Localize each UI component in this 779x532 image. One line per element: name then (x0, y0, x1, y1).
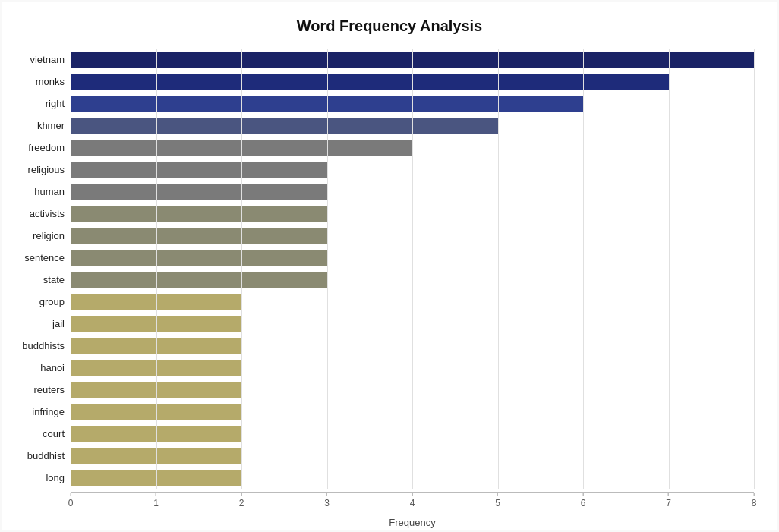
bar-row: right (71, 93, 754, 115)
x-tick-line (583, 493, 584, 496)
bar-track (71, 404, 754, 420)
x-tick: 2 (239, 493, 244, 508)
x-tick-label: 2 (239, 498, 244, 508)
bar-label: jail (6, 318, 71, 329)
x-tick-label: 6 (581, 498, 586, 508)
bar-label: buddhists (6, 340, 71, 351)
bar-fill (71, 382, 241, 398)
bar-fill (71, 250, 327, 266)
chart-container: Word Frequency Analysis vietnammonksrigh… (2, 2, 777, 530)
bar-label: human (6, 186, 71, 197)
bar-track (71, 228, 754, 244)
bar-fill (71, 470, 241, 486)
x-tick-line (412, 493, 413, 496)
x-tick-label: 8 (752, 498, 757, 508)
bar-fill (71, 96, 583, 112)
bar-track (71, 338, 754, 354)
x-tick-line (326, 493, 327, 496)
bar-fill (71, 294, 241, 310)
bar-fill (71, 360, 241, 376)
bar-row: religion (71, 225, 754, 247)
bar-fill (71, 184, 327, 200)
bar-row: state (71, 269, 754, 291)
bar-track (71, 162, 754, 178)
x-tick: 6 (581, 493, 586, 508)
x-tick-line (754, 493, 755, 496)
bar-label: hanoi (6, 362, 71, 373)
chart-area: vietnammonksrightkhmerfreedomreligioushu… (71, 49, 754, 489)
bar-track (71, 52, 754, 68)
x-tick-label: 3 (324, 498, 330, 508)
bar-fill (71, 140, 412, 156)
bar-row: group (71, 291, 754, 313)
bar-fill (71, 206, 327, 222)
bar-fill (71, 52, 754, 68)
x-tick-label: 7 (666, 498, 671, 508)
bar-row: freedom (71, 137, 754, 159)
x-tick-line (497, 493, 498, 496)
bar-track (71, 360, 754, 376)
bar-label: buddhist (6, 450, 71, 461)
bar-row: court (71, 423, 754, 445)
bar-fill (71, 448, 241, 464)
bar-label: right (6, 98, 71, 109)
bar-row: monks (71, 71, 754, 93)
bar-fill (71, 118, 498, 134)
x-tick: 0 (68, 493, 74, 508)
bar-fill (71, 228, 327, 244)
bar-label: vietnam (6, 54, 71, 65)
x-tick-line (71, 493, 71, 496)
x-tick: 3 (324, 493, 330, 508)
bar-row: reuters (71, 379, 754, 401)
bar-row: hanoi (71, 357, 754, 379)
bar-label: freedom (6, 142, 71, 153)
bar-row: religious (71, 159, 754, 181)
bar-label: activists (6, 208, 71, 219)
bar-track (71, 272, 754, 288)
bar-track (71, 470, 754, 486)
bar-label: group (6, 296, 71, 307)
bar-label: monks (6, 76, 71, 87)
x-tick-line (156, 493, 156, 496)
bar-fill (71, 162, 327, 178)
bar-track (71, 140, 754, 156)
bar-label: religion (6, 230, 71, 241)
bar-track (71, 118, 754, 134)
x-tick-line (668, 493, 669, 496)
bar-track (71, 250, 754, 266)
x-tick-label: 4 (410, 498, 415, 508)
bar-track (71, 426, 754, 442)
bar-row: sentence (71, 247, 754, 269)
bar-label: reuters (6, 384, 71, 395)
bar-row: activists (71, 203, 754, 225)
bar-row: vietnam (71, 49, 754, 71)
chart-title: Word Frequency Analysis (25, 17, 754, 35)
bar-fill (71, 426, 241, 442)
bar-label: khmer (6, 120, 71, 131)
x-tick-label: 5 (495, 498, 500, 508)
bar-label: court (6, 428, 71, 439)
bar-track (71, 184, 754, 200)
bar-row: jail (71, 313, 754, 335)
bar-label: state (6, 274, 71, 285)
x-tick: 8 (752, 493, 757, 508)
bar-fill (71, 338, 241, 354)
x-tick-label: 0 (68, 498, 74, 508)
x-tick: 7 (666, 493, 671, 508)
bar-row: human (71, 181, 754, 203)
x-tick-line (241, 493, 242, 496)
bar-track (71, 448, 754, 464)
grid-line (754, 49, 755, 489)
bar-row: khmer (71, 115, 754, 137)
x-tick: 1 (153, 493, 159, 508)
bar-track (71, 316, 754, 332)
bar-track (71, 74, 754, 90)
bar-label: religious (6, 164, 71, 175)
bar-track (71, 206, 754, 222)
bar-track (71, 294, 754, 310)
bar-fill (71, 404, 241, 420)
bar-row: buddhists (71, 335, 754, 357)
bar-label: sentence (6, 252, 71, 263)
bar-fill (71, 272, 327, 288)
x-axis-label: Frequency (71, 517, 754, 528)
